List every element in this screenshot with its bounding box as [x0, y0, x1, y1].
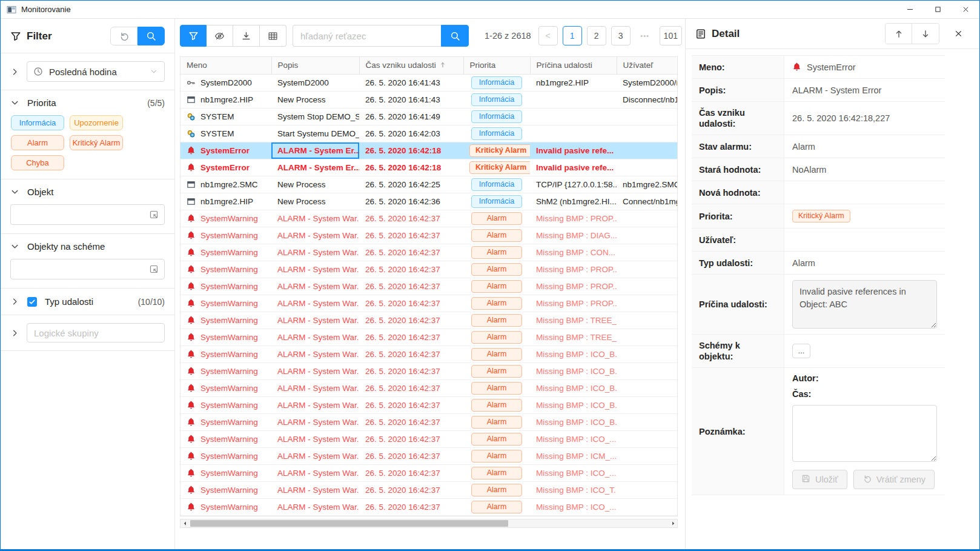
table-row[interactable]: nb1mgre2.HIPNew Process26. 5. 2020 16:41…: [180, 92, 677, 109]
priority-chip-chyba[interactable]: Chyba: [11, 155, 64, 170]
cell-popis: ALARM - System War...: [271, 465, 359, 482]
pagination-page-2[interactable]: 2: [587, 26, 606, 45]
logical-groups-input[interactable]: [27, 323, 165, 342]
table-row[interactable]: SystemWarningALARM - System War...26. 5.…: [180, 244, 677, 261]
table-row[interactable]: SystemWarningALARM - System War...26. 5.…: [180, 465, 677, 482]
column-header--as-vzniku-udalosti[interactable]: Čas vzniku udalosti: [359, 57, 463, 74]
priority-badge: Alarm: [471, 297, 522, 310]
detail-field-value: SystemError: [784, 56, 945, 78]
object-input[interactable]: [16, 210, 149, 219]
schemes-more-button[interactable]: ...: [792, 344, 810, 358]
table-row[interactable]: SystemErrorALARM - System Er...26. 5. 20…: [180, 142, 677, 159]
priority-chip-kritick-alarm[interactable]: Kritický Alarm: [70, 135, 123, 150]
table-row[interactable]: SystemWarningALARM - System War...26. 5.…: [180, 295, 677, 312]
event-cause-textarea[interactable]: [792, 280, 937, 329]
chevron-right-icon[interactable]: [10, 329, 19, 338]
pick-object-icon[interactable]: [149, 210, 159, 219]
cell-meno: SystemError: [180, 159, 271, 176]
pagination-prev-button[interactable]: <: [538, 26, 558, 45]
next-event-button[interactable]: [912, 24, 939, 44]
table-row[interactable]: SystemWarningALARM - System War...26. 5.…: [180, 414, 677, 431]
column-header-priorita[interactable]: Priorita: [463, 57, 530, 74]
scrollbar-thumb[interactable]: [190, 520, 508, 527]
table-row[interactable]: SystemWarningALARM - System War...26. 5.…: [180, 397, 677, 414]
cell-popis: ALARM - System War...: [271, 312, 359, 329]
detail-field-label: Popis:: [692, 79, 784, 101]
scroll-right-arrow[interactable]: [669, 519, 677, 527]
cell-uzivatel: [617, 329, 677, 346]
detail-header: Detail: [686, 19, 979, 49]
event-name: nb1mgre2.SMC: [200, 180, 258, 189]
column-header-meno[interactable]: Meno: [180, 57, 271, 74]
alarm-bell-icon: [187, 316, 196, 325]
table-row[interactable]: SystemWarningALARM - System War...26. 5.…: [180, 482, 677, 499]
export-toolbar-button[interactable]: [233, 25, 260, 47]
filter-toolbar-button[interactable]: [180, 25, 207, 47]
scheme-objects-input[interactable]: [16, 264, 149, 274]
table-row[interactable]: SystemWarningALARM - System War...26. 5.…: [180, 312, 677, 329]
event-name: SystemWarning: [200, 435, 258, 444]
pagination-page-3[interactable]: 3: [611, 26, 631, 45]
cell-popis: ALARM - System War...: [271, 329, 359, 346]
table-row[interactable]: SystemWarningALARM - System War...26. 5.…: [180, 431, 677, 448]
close-detail-button[interactable]: [948, 24, 968, 44]
maximize-button[interactable]: [924, 1, 952, 18]
chevron-right-icon[interactable]: [10, 297, 19, 306]
table-row[interactable]: SystemWarningALARM - System War...26. 5.…: [180, 210, 677, 227]
minimize-button[interactable]: [896, 1, 924, 18]
scheme-objects-section-header[interactable]: Objekty na schéme: [10, 241, 165, 252]
cell-cas: 26. 5. 2020 16:42:18: [359, 159, 463, 176]
priority-chip-alarm[interactable]: Alarm: [11, 135, 64, 150]
column-header-u-vate-[interactable]: Užívateľ: [617, 57, 677, 74]
table-row[interactable]: SystemWarningALARM - System War...26. 5.…: [180, 499, 677, 516]
object-section-header[interactable]: Objekt: [10, 187, 165, 197]
note-textarea[interactable]: [792, 405, 937, 462]
hide-toolbar-button[interactable]: [207, 25, 233, 47]
scroll-left-arrow[interactable]: [180, 519, 189, 527]
search-filter-button[interactable]: [137, 27, 165, 45]
table-row[interactable]: SYSTEMStart Systemu DEMO_...26. 5. 2020 …: [180, 125, 677, 142]
table-row[interactable]: SystemWarningALARM - System War...26. 5.…: [180, 329, 677, 346]
table-row[interactable]: SYSTEMSystem Stop DEMO_S...26. 5. 2020 1…: [180, 109, 677, 125]
pagination-page-101[interactable]: 101: [660, 26, 682, 45]
horizontal-scrollbar[interactable]: [180, 519, 678, 528]
table-row[interactable]: SystemErrorALARM - System Er...26. 5. 20…: [180, 159, 677, 176]
column-header-popis[interactable]: Popis: [271, 57, 359, 74]
table-row[interactable]: nb1mgre2.SMCNew Process26. 5. 2020 16:42…: [180, 176, 677, 193]
previous-event-button[interactable]: [886, 24, 912, 44]
object-input-wrap: [10, 204, 165, 225]
table-row[interactable]: SystemWarningALARM - System War...26. 5.…: [180, 363, 677, 380]
priority-section-header[interactable]: Priorita (5/5): [10, 98, 165, 108]
priority-chip-upozornenie[interactable]: Upozornenie: [70, 115, 123, 130]
chevron-right-icon[interactable]: [10, 67, 19, 76]
cell-pricina: Missing BMP : TREE_...: [530, 312, 617, 329]
search-button[interactable]: [441, 25, 469, 47]
priority-badge: Alarm: [471, 382, 522, 395]
table-row[interactable]: nb1mgre2.HIPNew Process26. 5. 2020 16:42…: [180, 193, 677, 210]
time-range-select[interactable]: Posledná hodina: [27, 61, 165, 82]
alarm-bell-icon: [187, 435, 196, 444]
event-name: SystemWarning: [200, 282, 258, 291]
table-row[interactable]: SystemWarningALARM - System War...26. 5.…: [180, 346, 677, 363]
revert-note-button[interactable]: Vrátiť zmeny: [853, 470, 935, 489]
column-header-pr-ina-udalosti[interactable]: Príčina udalosti: [530, 57, 617, 74]
undo-filter-button[interactable]: [110, 27, 137, 45]
event-type-checkbox[interactable]: [27, 297, 37, 307]
table-row[interactable]: SystemWarningALARM - System War...26. 5.…: [180, 261, 677, 278]
table-row[interactable]: SystemD2000SystemD200026. 5. 2020 16:41:…: [180, 74, 677, 92]
table-row[interactable]: SystemWarningALARM - System War...26. 5.…: [180, 227, 677, 244]
save-note-button[interactable]: Uložiť: [792, 470, 847, 489]
table-row[interactable]: SystemWarningALARM - System War...26. 5.…: [180, 448, 677, 465]
priority-chip-inform-cia[interactable]: Informácia: [11, 115, 64, 130]
table-row[interactable]: SystemWarningALARM - System War...26. 5.…: [180, 380, 677, 397]
pick-scheme-icon[interactable]: [149, 264, 159, 274]
search-input[interactable]: [293, 25, 441, 47]
detail-row: Stav alarmu:Alarm: [692, 135, 945, 158]
pagination-page-1[interactable]: 1: [563, 26, 582, 45]
detail-field-value: [784, 181, 945, 204]
close-window-button[interactable]: [952, 1, 979, 18]
columns-toolbar-button[interactable]: [260, 25, 286, 47]
cell-cas: 26. 5. 2020 16:42:37: [359, 363, 463, 380]
table-row[interactable]: SystemWarningALARM - System War...26. 5.…: [180, 278, 677, 295]
note-block: Autor:Čas:UložiťVrátiť zmeny: [792, 373, 937, 489]
